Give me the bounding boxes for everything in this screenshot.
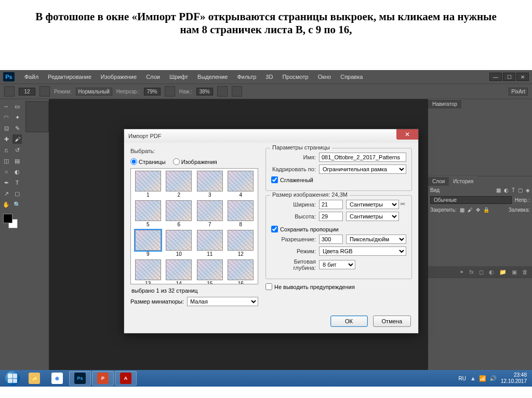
page-thumbnail[interactable]: 1 <box>133 171 163 199</box>
mask-icon[interactable]: ◻ <box>479 269 484 276</box>
blend-mode-select[interactable]: Нормальный <box>76 88 112 95</box>
layers-tab[interactable]: Слои <box>428 176 449 186</box>
resolution-input[interactable] <box>319 235 343 244</box>
page-thumbnail[interactable]: 16 <box>226 259 256 284</box>
filter-adj-icon[interactable]: ◐ <box>504 187 509 193</box>
flow-value[interactable]: 38% <box>196 88 213 95</box>
taskbar-powerpoint[interactable]: P <box>92 371 114 386</box>
blend-mode[interactable]: Обычные <box>430 196 512 204</box>
lasso-tool-icon[interactable]: ◠ <box>1 112 11 122</box>
antialiased-checkbox[interactable] <box>271 176 278 183</box>
link-layers-icon[interactable]: ⚭ <box>459 269 464 276</box>
page-thumbnail[interactable]: 11 <box>195 230 225 258</box>
lock-pos-icon[interactable]: ✥ <box>476 207 480 213</box>
new-layer-icon[interactable]: ▣ <box>512 269 517 276</box>
menu-view[interactable]: Просмотр <box>277 74 313 80</box>
color-mode-select[interactable]: Цвета RGB <box>319 246 406 256</box>
height-input[interactable] <box>319 212 343 221</box>
maximize-icon[interactable]: ☐ <box>503 73 515 81</box>
menu-layers[interactable]: Слои <box>141 74 165 80</box>
pressure-size-icon[interactable] <box>232 86 242 97</box>
filter-type-icon[interactable]: T <box>512 187 515 193</box>
radio-pages[interactable]: Страницы <box>130 158 166 165</box>
stamp-tool-icon[interactable]: ⎌ <box>1 145 11 155</box>
page-thumbnail[interactable]: 4 <box>226 171 256 199</box>
constrain-link-icon[interactable]: ⫘ <box>399 200 406 224</box>
menu-help[interactable]: Справка <box>336 74 367 80</box>
taskbar-chrome[interactable]: ◉ <box>46 371 68 386</box>
filter-shape-icon[interactable]: ▢ <box>518 187 523 193</box>
gradient-tool-icon[interactable]: ▤ <box>12 156 22 166</box>
dodge-tool-icon[interactable]: ◐ <box>12 167 22 177</box>
start-button[interactable] <box>2 370 23 387</box>
delete-icon[interactable]: 🗑 <box>522 269 528 275</box>
history-brush-icon[interactable]: ↺ <box>12 145 22 155</box>
lock-trans-icon[interactable]: ▦ <box>460 207 464 213</box>
brush-tool-icon[interactable] <box>4 86 15 97</box>
page-thumbnail[interactable]: 5 <box>133 200 163 229</box>
cancel-button[interactable]: Отмена <box>373 315 411 327</box>
height-unit[interactable]: Сантиметры <box>346 212 399 221</box>
color-swatches[interactable] <box>3 214 19 229</box>
taskbar-explorer[interactable]: 📁 <box>23 371 45 386</box>
navigator-tab[interactable]: Навигатор <box>428 99 461 108</box>
page-thumbnail[interactable]: 3 <box>195 171 225 199</box>
language-indicator[interactable]: RU <box>459 376 466 381</box>
page-thumbnail[interactable]: 2 <box>164 171 194 199</box>
menu-3d[interactable]: 3D <box>261 74 277 80</box>
page-thumbnail[interactable]: 14 <box>164 259 194 284</box>
brush-size[interactable]: 12 <box>19 88 35 95</box>
bitdepth-select[interactable]: 8 бит <box>319 260 355 269</box>
opacity-value[interactable]: 79% <box>144 88 161 95</box>
menu-file[interactable]: Файл <box>20 74 43 80</box>
page-thumbnail[interactable]: 10 <box>164 230 194 258</box>
path-tool-icon[interactable]: ↗ <box>1 188 11 199</box>
ok-button[interactable]: ОК <box>330 315 368 327</box>
eyedropper-tool-icon[interactable]: ✎ <box>12 123 22 133</box>
page-thumbnail[interactable]: 13 <box>133 259 163 284</box>
clock[interactable]: 23:48 12.10.2017 <box>501 372 527 385</box>
marquee-tool-icon[interactable]: ▭ <box>12 101 22 112</box>
blur-tool-icon[interactable]: ○ <box>1 167 11 177</box>
dialog-close-button[interactable]: ✕ <box>396 129 418 140</box>
page-thumbnail[interactable]: 12 <box>226 230 256 258</box>
close-icon[interactable]: ✕ <box>516 73 529 81</box>
lock-all-icon[interactable]: 🔒 <box>483 207 489 213</box>
width-input[interactable] <box>319 200 343 209</box>
pen-tool-icon[interactable]: ✒ <box>1 177 11 188</box>
taskbar-photoshop[interactable]: Ps <box>69 371 91 386</box>
history-tab[interactable]: История <box>449 176 477 186</box>
pressure-opacity-icon[interactable] <box>165 86 175 97</box>
crop-select[interactable]: Ограничительная рамка <box>319 164 406 174</box>
type-tool-icon[interactable]: T <box>12 177 22 188</box>
eraser-tool-icon[interactable]: ◫ <box>1 156 11 166</box>
brush-tool-icon[interactable]: 🖌 <box>12 134 22 144</box>
lock-paint-icon[interactable]: 🖌 <box>468 207 473 213</box>
foreground-color[interactable] <box>3 214 12 223</box>
workspace-select[interactable]: PixArt <box>509 88 528 95</box>
shape-tool-icon[interactable]: ▢ <box>12 188 22 199</box>
fx-icon[interactable]: fx <box>469 269 474 275</box>
menu-window[interactable]: Окно <box>313 74 336 80</box>
page-thumbnail[interactable]: 6 <box>164 200 194 229</box>
menu-image[interactable]: Изображение <box>96 74 141 80</box>
wand-tool-icon[interactable]: ✦ <box>12 112 22 122</box>
adjustment-icon[interactable]: ◐ <box>489 269 494 276</box>
zoom-tool-icon[interactable]: 🔍 <box>12 199 22 210</box>
crop-tool-icon[interactable]: ⊡ <box>1 123 11 133</box>
minimize-icon[interactable]: — <box>489 73 502 81</box>
tray-network-icon[interactable]: 📶 <box>479 375 486 382</box>
name-input[interactable] <box>319 153 406 162</box>
width-unit[interactable]: Сантиметры <box>346 200 399 209</box>
radio-images[interactable]: Изображения <box>173 158 217 165</box>
filter-smart-icon[interactable]: ◈ <box>526 187 530 193</box>
filter-pixel-icon[interactable]: ▦ <box>496 187 501 193</box>
resolution-unit[interactable]: Пикселы/дюйм <box>346 235 406 244</box>
thumbnail-area[interactable]: 12345678910111213141516 <box>130 168 258 284</box>
dialog-titlebar[interactable]: Импорт PDF ✕ <box>124 129 418 143</box>
tray-sound-icon[interactable]: 🔊 <box>489 375 497 382</box>
taskbar-acrobat[interactable]: A <box>115 371 137 386</box>
page-thumbnail[interactable]: 15 <box>195 259 225 284</box>
page-thumbnail[interactable]: 8 <box>226 200 256 229</box>
page-thumbnail[interactable]: 9 <box>133 230 163 258</box>
